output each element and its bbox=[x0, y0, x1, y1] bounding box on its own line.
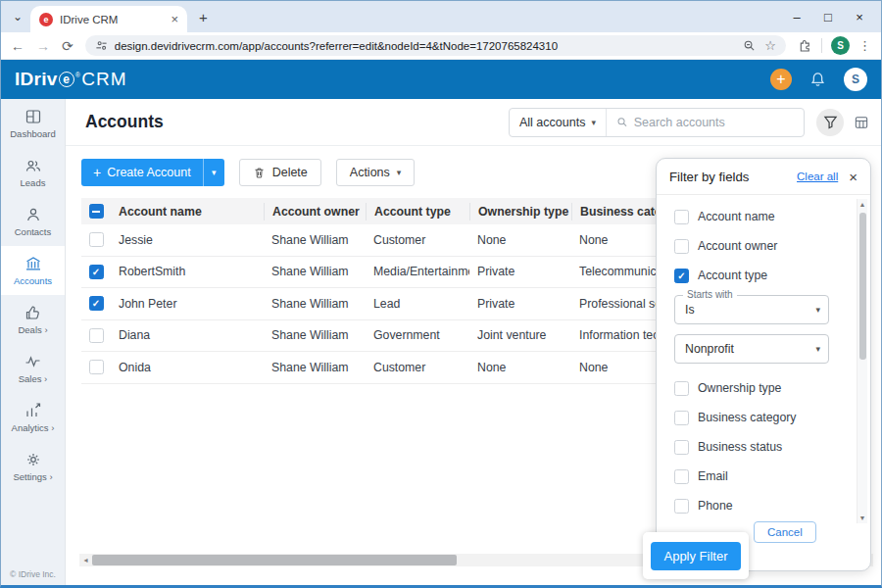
table-row[interactable]: Diana Shane William Government Joint ven… bbox=[81, 320, 724, 353]
account-owner: Shane William bbox=[264, 297, 366, 311]
actions-dropdown-button[interactable]: Actions ▾ bbox=[336, 159, 416, 186]
maximize-button[interactable]: □ bbox=[812, 10, 844, 24]
account-name[interactable]: RobertSmith bbox=[111, 265, 264, 278]
account-name[interactable]: Jessie bbox=[111, 233, 264, 247]
filter-value: Nonprofit bbox=[675, 342, 828, 356]
forward-icon[interactable]: → bbox=[36, 38, 50, 54]
create-account-dropdown-button[interactable]: ▾ bbox=[203, 159, 224, 186]
new-tab-button[interactable]: + bbox=[199, 9, 208, 25]
sidebar-item-leads[interactable]: Leads bbox=[1, 148, 65, 197]
address-bar[interactable]: design.devidrivecrm.com/app/accounts?ref… bbox=[85, 35, 786, 56]
account-type: Lead bbox=[366, 297, 469, 311]
filter-field-account-owner[interactable]: Account owner bbox=[674, 231, 856, 261]
url-text[interactable]: design.devidrivecrm.com/app/accounts?ref… bbox=[115, 40, 737, 52]
scrollbar-thumb[interactable] bbox=[859, 213, 866, 360]
filter-checkbox[interactable] bbox=[674, 411, 689, 425]
tab-search-chevron-icon[interactable]: ⌄ bbox=[9, 10, 26, 24]
user-avatar[interactable]: S bbox=[844, 68, 867, 91]
browser-tab[interactable]: e IDrive CRM × bbox=[30, 6, 187, 32]
cancel-button[interactable]: Cancel bbox=[754, 521, 816, 543]
account-name[interactable]: Diana bbox=[111, 328, 264, 342]
account-name[interactable]: Onida bbox=[111, 361, 264, 374]
bookmark-star-icon[interactable]: ☆ bbox=[764, 38, 776, 53]
search-input[interactable] bbox=[634, 116, 794, 129]
filter-close-icon[interactable]: × bbox=[849, 169, 858, 185]
row-checkbox[interactable] bbox=[89, 360, 104, 374]
delete-button[interactable]: Delete bbox=[239, 159, 321, 186]
row-checkbox[interactable] bbox=[89, 265, 104, 279]
create-account-button[interactable]: + Create Account bbox=[81, 159, 203, 186]
filter-checkbox[interactable] bbox=[674, 440, 689, 455]
window-controls: – □ × bbox=[781, 10, 875, 24]
filter-field-phone[interactable]: Phone bbox=[674, 491, 856, 520]
column-header-ownership-type[interactable]: Ownership type bbox=[469, 203, 571, 220]
column-header-account-name[interactable]: Account name bbox=[111, 205, 264, 219]
scroll-down-icon[interactable]: ▼ bbox=[858, 514, 867, 521]
sidebar-item-label: Analytics › bbox=[12, 422, 55, 433]
search-box[interactable] bbox=[607, 116, 804, 129]
table-row[interactable]: RobertSmith Shane William Media/Entertai… bbox=[81, 257, 724, 289]
ownership-type: None bbox=[469, 233, 571, 247]
sidebar-item-accounts[interactable]: Accounts bbox=[1, 246, 65, 295]
filter-field-business-category[interactable]: Business category bbox=[674, 403, 856, 432]
apply-filter-button[interactable]: Apply Filter bbox=[651, 542, 740, 570]
filter-field-account-type[interactable]: Account type bbox=[674, 261, 856, 290]
sidebar-item-settings[interactable]: Settings › bbox=[1, 442, 65, 491]
site-settings-icon[interactable] bbox=[95, 39, 108, 52]
account-owner: Shane William bbox=[264, 265, 366, 278]
column-header-account-owner[interactable]: Account owner bbox=[264, 203, 366, 220]
filter-field-business-status[interactable]: Business status bbox=[674, 432, 856, 462]
row-checkbox[interactable] bbox=[89, 296, 104, 311]
idrive-favicon-icon: e bbox=[39, 13, 53, 26]
row-checkbox[interactable] bbox=[89, 232, 104, 247]
clear-all-link[interactable]: Clear all bbox=[797, 171, 838, 182]
filter-field-email[interactable]: Email bbox=[674, 462, 856, 491]
filter-checkbox[interactable] bbox=[674, 469, 689, 484]
filter-field-account-name[interactable]: Account name bbox=[674, 202, 856, 231]
filter-scrollbar[interactable]: ▲ ▼ bbox=[857, 199, 867, 523]
filter-checkbox[interactable] bbox=[674, 269, 689, 283]
account-name[interactable]: John Peter bbox=[111, 297, 264, 311]
notifications-bell-icon[interactable] bbox=[809, 72, 826, 88]
tab-close-icon[interactable]: × bbox=[171, 12, 178, 26]
back-icon[interactable]: ← bbox=[11, 38, 24, 54]
sidebar-item-deals[interactable]: Deals › bbox=[1, 295, 65, 344]
chrome-actions: S ⋮ bbox=[798, 36, 871, 55]
sidebar-item-sales[interactable]: Sales › bbox=[1, 344, 65, 393]
filter-toggle-button[interactable] bbox=[816, 109, 844, 136]
apply-filter-highlight: Apply Filter bbox=[643, 532, 749, 579]
browser-menu-icon[interactable]: ⋮ bbox=[858, 38, 871, 53]
filter-checkbox[interactable] bbox=[674, 239, 689, 254]
extensions-icon[interactable] bbox=[798, 38, 812, 53]
scrollbar-thumb[interactable] bbox=[92, 555, 457, 565]
browser-profile-avatar[interactable]: S bbox=[831, 36, 850, 55]
zoom-out-icon[interactable] bbox=[743, 39, 756, 52]
sidebar-item-label: Settings › bbox=[13, 471, 52, 482]
filter-field-ownership-type[interactable]: Ownership type bbox=[674, 373, 856, 403]
table-row[interactable]: Jessie Shane William Customer None None bbox=[81, 224, 724, 257]
filter-condition-select[interactable]: Starts with Is ▾ bbox=[674, 295, 829, 324]
scroll-up-icon[interactable]: ▲ bbox=[858, 201, 867, 208]
filter-checkbox[interactable] bbox=[674, 499, 689, 514]
column-header-account-type[interactable]: Account type bbox=[366, 203, 469, 220]
row-checkbox[interactable] bbox=[89, 328, 104, 343]
select-all-checkbox[interactable] bbox=[89, 204, 104, 219]
sidebar-item-dashboard[interactable]: Dashboard bbox=[1, 99, 65, 148]
sidebar-item-analytics[interactable]: Analytics › bbox=[1, 393, 65, 442]
analytics-icon bbox=[24, 402, 42, 419]
filter-checkbox[interactable] bbox=[674, 381, 689, 396]
filter-value-select[interactable]: Nonprofit ▾ bbox=[674, 334, 829, 364]
table-row[interactable]: John Peter Shane William Lead Private Pr… bbox=[81, 288, 724, 320]
reload-icon[interactable]: ⟳ bbox=[62, 38, 74, 54]
sidebar-item-contacts[interactable]: Contacts bbox=[1, 197, 65, 246]
chevron-down-icon: ▾ bbox=[397, 168, 402, 177]
quick-add-button[interactable]: + bbox=[770, 69, 792, 90]
filter-field-label: Email bbox=[698, 469, 728, 483]
minimize-button[interactable]: – bbox=[781, 10, 812, 24]
filter-checkbox[interactable] bbox=[674, 210, 689, 224]
table-view-button[interactable] bbox=[854, 115, 869, 130]
close-button[interactable]: × bbox=[844, 10, 875, 24]
view-filter-dropdown[interactable]: All accounts ▾ bbox=[510, 109, 607, 136]
table-row[interactable]: Onida Shane William Customer None None bbox=[81, 352, 724, 384]
scroll-left-icon[interactable]: ◂ bbox=[79, 556, 92, 564]
